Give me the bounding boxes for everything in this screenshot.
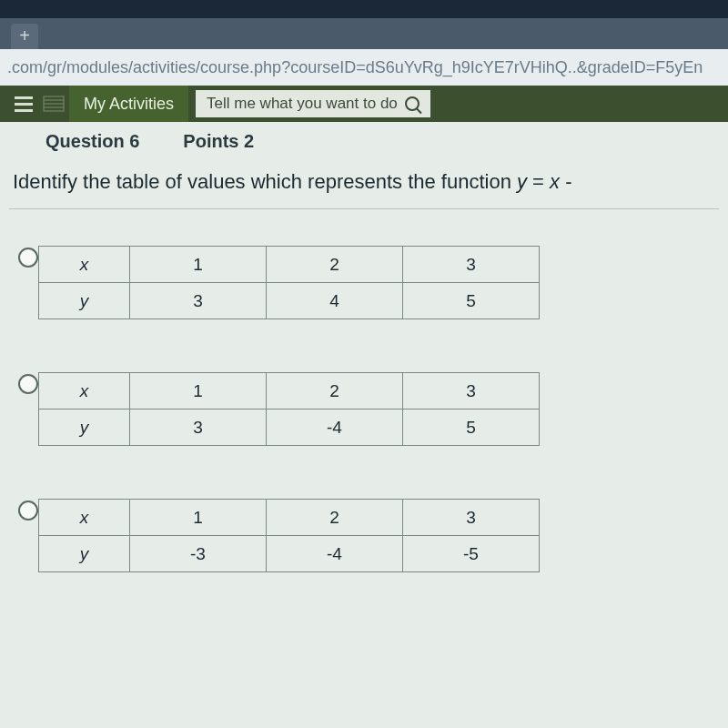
table-row: y 3 -4 5	[39, 410, 540, 446]
table-2: x 1 2 3 y 3 -4 5	[38, 372, 540, 446]
table-row: x 1 2 3	[39, 373, 540, 410]
question-number: Question 6	[46, 131, 139, 152]
x-header: x	[39, 373, 130, 410]
table-3: x 1 2 3 y -3 -4 -5	[38, 499, 540, 572]
x-header: x	[39, 500, 130, 536]
new-tab-button[interactable]: +	[11, 24, 38, 49]
prompt-y: y	[517, 170, 527, 193]
cell: -4	[267, 536, 403, 572]
option-2: x 1 2 3 y 3 -4 5	[18, 372, 710, 446]
prompt-cutoff: -	[560, 170, 571, 193]
table-row: x 1 2 3	[39, 500, 540, 536]
cell: 3	[403, 373, 540, 410]
cell: 2	[267, 247, 403, 283]
content-area: Question 6 Points 2 Identify the table o…	[0, 122, 728, 728]
y-header: y	[39, 283, 130, 319]
question-prompt: Identify the table of values which repre…	[0, 159, 728, 208]
cell: 5	[403, 283, 540, 319]
table-row: y -3 -4 -5	[39, 536, 540, 572]
app-logo-icon	[38, 86, 69, 122]
cell: 1	[130, 500, 267, 536]
y-header: y	[39, 536, 130, 572]
answer-options: x 1 2 3 y 3 4 5 x	[0, 246, 728, 572]
cell: -4	[267, 410, 403, 446]
option-3: x 1 2 3 y -3 -4 -5	[18, 499, 710, 572]
tab-bar: +	[0, 18, 728, 49]
cell: 2	[267, 500, 403, 536]
option-1: x 1 2 3 y 3 4 5	[18, 246, 710, 319]
hamburger-icon[interactable]	[9, 86, 38, 122]
cell: -3	[130, 536, 267, 572]
nav-my-activities[interactable]: My Activities	[69, 86, 188, 122]
tell-me-search[interactable]: Tell me what you want to do	[196, 90, 430, 117]
cell: 3	[403, 247, 540, 283]
table-1: x 1 2 3 y 3 4 5	[38, 246, 540, 319]
table-row: x 1 2 3	[39, 247, 540, 283]
x-header: x	[39, 247, 130, 283]
y-header: y	[39, 410, 130, 446]
cell: 4	[267, 283, 403, 319]
tell-me-label: Tell me what you want to do	[207, 95, 398, 113]
question-points: Points 2	[183, 131, 254, 152]
cell: 3	[403, 500, 540, 536]
search-icon	[405, 96, 420, 111]
cell: 1	[130, 247, 267, 283]
browser-window: + .com/gr/modules/activities/course.php?…	[0, 18, 728, 728]
prompt-eq: =	[527, 170, 550, 193]
cell: 3	[130, 283, 267, 319]
cell: 2	[267, 373, 403, 410]
address-bar[interactable]: .com/gr/modules/activities/course.php?co…	[0, 49, 728, 86]
prompt-x: x	[550, 170, 560, 193]
radio-2[interactable]	[18, 374, 38, 394]
cell: 5	[403, 410, 540, 446]
divider	[9, 208, 719, 209]
table-row: y 3 4 5	[39, 283, 540, 319]
cell: 3	[130, 410, 267, 446]
radio-3[interactable]	[18, 500, 38, 521]
cell: -5	[403, 536, 540, 572]
prompt-text: Identify the table of values which repre…	[13, 170, 517, 193]
url-text: .com/gr/modules/activities/course.php?co…	[7, 58, 703, 77]
app-navbar: My Activities Tell me what you want to d…	[0, 86, 728, 122]
radio-1[interactable]	[18, 248, 38, 268]
question-header: Question 6 Points 2	[0, 122, 728, 159]
cell: 1	[130, 373, 267, 410]
